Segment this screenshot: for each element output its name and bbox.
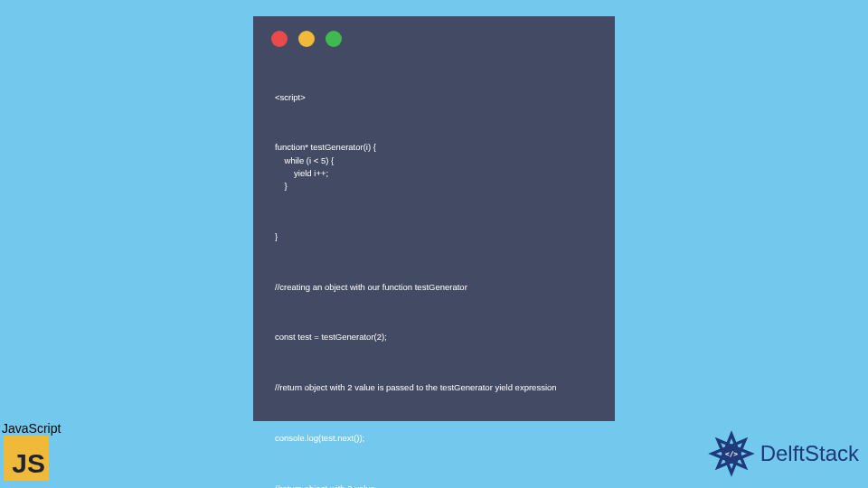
window-traffic-lights [253, 16, 615, 54]
code-line: <script> [275, 91, 593, 104]
delftstack-logo-icon: </> [706, 428, 757, 479]
code-line: console.log(test.next()); [275, 432, 593, 445]
code-line: //return object with 3 value. [275, 483, 593, 489]
javascript-label: JavaScript [2, 421, 71, 436]
javascript-logo-icon: J S [4, 436, 49, 481]
code-line: const test = testGenerator(2); [275, 331, 593, 343]
javascript-badge: JavaScript J S [2, 421, 71, 481]
delftstack-name: DelftStack [760, 441, 859, 466]
code-line: } [275, 230, 593, 243]
svg-text:</>: </> [725, 450, 738, 458]
code-line: function* testGenerator(i) { while (i < … [275, 141, 593, 192]
js-letter-j: J [12, 448, 27, 479]
code-line: //creating an object with our function t… [275, 281, 593, 294]
code-line: //return object with 2 value is passed t… [275, 381, 593, 394]
minimize-icon [298, 31, 315, 47]
code-window: <script> function* testGenerator(i) { wh… [253, 16, 615, 421]
maximize-icon [326, 31, 342, 47]
close-icon [271, 31, 288, 47]
delftstack-brand: </> DelftStack [706, 428, 859, 479]
js-letter-s: S [27, 448, 45, 479]
code-block: <script> function* testGenerator(i) { wh… [253, 54, 615, 488]
